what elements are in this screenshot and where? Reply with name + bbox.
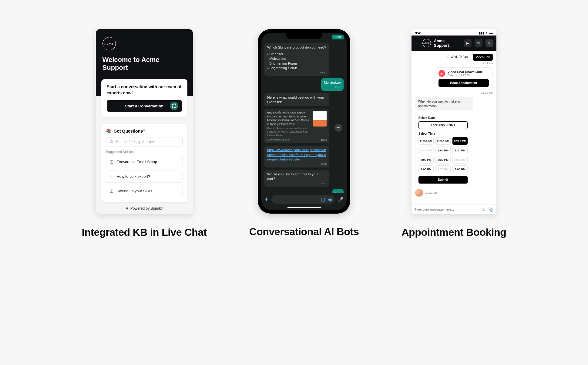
wifi-icon: ᯤ — [485, 31, 489, 35]
date-chip: Wed, 22 Jan — [447, 54, 471, 60]
bot-message: Here is what would best go with your Cle… — [264, 93, 329, 106]
book-appointment-button[interactable]: Book Appointment — [438, 79, 489, 87]
time-slot[interactable]: 11:00 AM — [418, 137, 434, 145]
message-composer: + ◫ ◉ 🎤 — [261, 193, 347, 207]
welcome-heading: Welcome to Acme Support — [102, 56, 186, 72]
suggested-article[interactable]: Forwarding Email Setup — [106, 156, 183, 168]
appointment-screen: 9:41 ▮▮▮ ᯤ ▬ ← ACME Acme Support ▶ ✆ ✕ W… — [412, 29, 496, 214]
time-slot: 3:30 PM — [452, 156, 468, 164]
books-icon: 📚 — [106, 129, 111, 133]
start-conversation-button[interactable]: Start a Conversation — [107, 100, 182, 112]
bot-link-message: https://www.lorealparis.co.in/products/m… — [264, 146, 329, 167]
bot-option: - Moisturizer — [267, 56, 326, 61]
timestamp: 11:29 am — [425, 191, 437, 194]
product-subtitle: Best in Men's skincare - opt for our sel… — [267, 127, 311, 137]
time-slot: 4:30 PM — [435, 165, 451, 173]
kb-title-text: Got Questions? — [114, 129, 146, 133]
article-icon — [109, 160, 114, 164]
message-timestamp: 19:32 — [267, 163, 327, 166]
powered-by: ✽ Powered by Sprinklr — [96, 206, 193, 211]
product-link[interactable]: https://www.lorealparis.co.in/products/m… — [267, 148, 326, 161]
cursor-indicator-icon — [170, 102, 178, 110]
message-input[interactable] — [415, 208, 479, 211]
chat-header: ← ACME Acme Support ▶ ✆ ✕ — [412, 35, 496, 51]
time-slot[interactable]: 1:30 PM — [452, 147, 468, 154]
attach-icon[interactable]: + — [264, 195, 268, 203]
user-message: Moisturizer 19:32 — [321, 78, 344, 90]
date-field[interactable]: Februrary 3 2021 — [418, 121, 468, 129]
camera-icon[interactable]: ◉ — [328, 197, 332, 202]
close-icon[interactable]: ✕ — [486, 39, 493, 47]
message-composer: ☺ 📎 — [412, 204, 496, 214]
bot-message: Which Skincare product do you need? - Cl… — [264, 43, 329, 76]
product-thumbnail — [313, 111, 327, 127]
status-icons: ▮▮▮ ᯤ ▬ — [479, 31, 493, 35]
bot-question: Which Skincare product do you need? — [267, 45, 326, 50]
acme-logo: ACME — [422, 39, 431, 47]
bot-option: - Cleanser — [267, 52, 326, 57]
home-indicator — [287, 207, 321, 208]
user-message: Yes — [332, 189, 344, 193]
time-slot[interactable]: 5:00 PM — [452, 165, 468, 173]
video-icon[interactable]: ▶ — [464, 39, 472, 47]
message-timestamp: 19:32 — [267, 182, 327, 185]
powered-by-text: Powered by Sprinklr — [130, 206, 163, 211]
suggested-article[interactable]: Setting up your SLAs — [106, 185, 183, 197]
caption-appointment: Appointment Booking — [402, 226, 506, 238]
column-appointment: 9:41 ▮▮▮ ᯤ ▬ ← ACME Acme Support ▶ ✆ ✕ W… — [402, 29, 506, 238]
time-slot[interactable]: 4:00 PM — [418, 165, 434, 173]
article-title: Forwarding Email Setup — [117, 160, 157, 164]
emoji-icon[interactable]: ☺ — [481, 207, 486, 212]
article-title: Setting up your SLAs — [117, 189, 152, 193]
select-time-label: Select Time — [418, 132, 468, 135]
timestamp: 11:29 am — [415, 91, 493, 94]
acme-logo: ACME — [102, 37, 116, 50]
message-input[interactable]: ◫ ◉ — [271, 195, 334, 204]
submit-button[interactable]: Submit — [418, 176, 468, 184]
svg-line-1 — [112, 143, 113, 144]
caption-bot: Conversational AI Bots — [249, 226, 359, 238]
product-title: Buy L'Oréal Paris Men Expert Hydra Energ… — [267, 111, 311, 126]
microphone-icon[interactable]: 🎤 — [338, 197, 344, 202]
video-camera-icon: ▶ — [438, 70, 445, 77]
cta-button-label: Start a Conversation — [125, 104, 163, 108]
video-unavailable-card: ▶ Video Chat Unavailable Called at 11:27… — [435, 67, 493, 90]
time-slot[interactable]: 11:30 AM — [435, 137, 451, 145]
time-slot[interactable]: 2:00 PM — [418, 156, 434, 164]
battery-icon: ▬ — [489, 31, 493, 35]
column-bot: 18:31 ➦ Which Skincare product do you ne… — [249, 29, 359, 238]
time-slot[interactable]: 12:00 PM — [452, 137, 468, 145]
livechat-widget: ACME Welcome to Acme Support Start a con… — [96, 29, 193, 214]
message-timestamp: 10:00 — [321, 139, 327, 142]
help-search-input[interactable]: Search for Help Articles — [106, 137, 183, 147]
status-time: 9:41 — [415, 31, 422, 35]
timestamp: 11:27 am — [415, 62, 493, 65]
knowledge-base-card: 📚 Got Questions? Search for Help Article… — [101, 124, 187, 202]
video-unavailable-title: Video Chat Unavailable — [448, 70, 483, 74]
status-bar: 9:41 ▮▮▮ ᯤ ▬ — [412, 29, 496, 35]
signal-icon: ▮▮▮ — [479, 31, 484, 35]
bot-recommendation-intro: Here is what would best go with your Cle… — [267, 96, 324, 104]
product-card[interactable]: Buy L'Oréal Paris Men Expert Hydra Energ… — [264, 109, 329, 143]
article-icon — [109, 174, 114, 179]
phone-icon[interactable]: ✆ — [475, 39, 482, 47]
phone-frame: 18:31 ➦ Which Skincare product do you ne… — [258, 29, 350, 214]
back-icon[interactable]: ← — [415, 40, 419, 46]
search-icon — [109, 140, 114, 144]
article-icon — [109, 189, 114, 193]
sticker-icon[interactable]: ◫ — [321, 197, 325, 202]
time-slot[interactable]: 2:30 PM — [435, 156, 451, 164]
attachment-icon[interactable]: 📎 — [488, 207, 493, 212]
bot-prompt: When do you want to make an appointment? — [415, 97, 473, 110]
caption-livechat: Integrated KB in Live Chat — [82, 226, 207, 238]
search-placeholder: Search for Help Articles — [116, 140, 154, 144]
chat-thread: Which Skincare product do you need? - Cl… — [261, 33, 347, 193]
suggested-article[interactable]: How to bulk export? — [106, 171, 183, 183]
video-call-chip[interactable]: Video Call — [473, 54, 492, 61]
bot-cart-question: Would you like to add this to your cart? — [267, 172, 318, 181]
cta-text: Start a conversation with our team of ex… — [107, 84, 182, 96]
whatsapp-chat-screen: 18:31 ➦ Which Skincare product do you ne… — [261, 33, 347, 210]
user-reply-text: Moisturizer — [324, 81, 341, 84]
time-slot: 12:30 PM — [418, 147, 434, 154]
time-slot[interactable]: 1:00 PM — [435, 147, 451, 154]
